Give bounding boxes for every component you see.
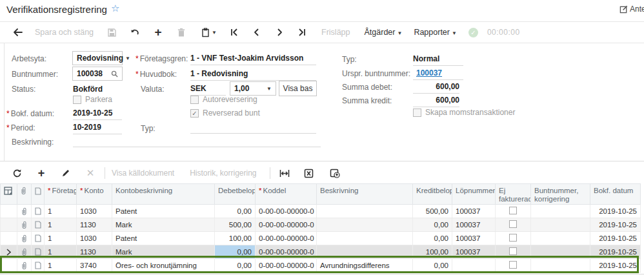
column-header-buntnummer-korrigering[interactable]: Buntnummer, korrigering <box>531 184 590 205</box>
visa-kalldokument-button[interactable]: Visa källdokument <box>112 169 174 178</box>
cell-foretag[interactable]: 1 <box>45 232 77 245</box>
note-icon[interactable] <box>32 259 45 273</box>
cell-konto[interactable]: 1030 <box>77 205 112 218</box>
cell-kontobeskrivning[interactable]: Mark <box>112 245 215 259</box>
note-icon[interactable] <box>32 205 45 218</box>
refresh-icon[interactable] <box>9 165 25 181</box>
table-row[interactable]: 1 1130 Mark 500,00 0-00-00-00000-0 0,00 … <box>1 218 641 232</box>
back-button[interactable] <box>10 25 26 40</box>
cell-bokf-datum[interactable]: 2019-10-25 <box>590 218 641 232</box>
attachment-icon[interactable] <box>17 259 32 273</box>
cell-debetbelopp[interactable]: 0,00 <box>215 205 256 218</box>
column-header-kontobeskrivning[interactable]: Kontobeskrivning <box>112 184 215 205</box>
cell-debetbelopp[interactable]: 100,00 <box>215 232 256 245</box>
cell-kontobeskrivning[interactable]: Öres- och kronutjämning <box>112 259 215 273</box>
cell-bokf-datum[interactable]: 2019-10-25 <box>590 232 641 245</box>
actions-menu[interactable]: Åtgärder▼ <box>365 28 403 37</box>
cell-buntnummer-korrigering[interactable] <box>531 218 590 232</box>
valuta-rate-select[interactable]: 1,00 ▼ <box>230 81 276 96</box>
table-row-highlighted[interactable]: 1 3740 Öres- och kronutjämning 0,00 0-00… <box>1 259 641 273</box>
cell-kreditbelopp[interactable]: 100,00 <box>413 245 452 259</box>
attachment-icon[interactable] <box>17 218 32 232</box>
cell-bokf-datum[interactable]: 2019-10-25 <box>590 205 641 218</box>
undo-icon[interactable] <box>127 25 143 40</box>
attachment-icon[interactable] <box>17 245 32 259</box>
cell-kreditbelopp[interactable]: 0,00 <box>413 232 452 245</box>
column-header-beskrivning[interactable]: Beskrivning <box>317 184 413 205</box>
attachment-icon[interactable] <box>17 232 32 245</box>
upload-file-icon[interactable] <box>327 165 343 181</box>
cell-beskrivning[interactable] <box>317 205 413 218</box>
table-row[interactable]: 1 1030 Patent 100,00 0-00-00-00000-0 0,0… <box>1 232 641 245</box>
cell-bokf-datum[interactable]: 2019-10-25 <box>590 245 641 259</box>
cell-buntnummer-korrigering[interactable] <box>531 232 590 245</box>
autoreversering-checkbox[interactable] <box>190 96 199 104</box>
cell-foretag[interactable]: 1 <box>45 218 77 232</box>
cell-konto[interactable]: 1130 <box>77 245 112 259</box>
cell-buntnummer-korrigering[interactable] <box>531 259 590 273</box>
first-record-button[interactable] <box>226 25 242 40</box>
edit-row-icon[interactable] <box>58 165 74 181</box>
cell-debetbelopp[interactable]: 0,00 <box>215 259 256 273</box>
cell-kontobeskrivning[interactable]: Patent <box>112 205 215 218</box>
foretagsgren-input[interactable]: 1 - VNF Test-Joakim Arvidsson <box>190 54 316 65</box>
reverserad-bunt-checkbox[interactable] <box>190 109 199 118</box>
row-selector-cell[interactable] <box>1 218 17 232</box>
cell-buntnummer-korrigering[interactable] <box>531 205 590 218</box>
previous-record-button[interactable] <box>249 25 265 40</box>
cell-lopnummer[interactable]: 100037 <box>452 218 496 232</box>
cell-debetbelopp-selected[interactable]: 0,00 <box>215 245 256 259</box>
next-record-button[interactable] <box>272 25 287 40</box>
column-header-debetbelopp[interactable]: Debetbelopp <box>215 184 256 205</box>
parkera-checkbox[interactable] <box>73 96 81 104</box>
row-selector-cell[interactable] <box>1 259 17 273</box>
notes-button[interactable]: Anteckningar <box>619 5 644 14</box>
attachment-icon[interactable] <box>17 205 32 218</box>
cell-koddel[interactable]: 0-00-00-00000-0 <box>256 245 317 259</box>
column-header-ej-fakturerad[interactable]: Ej fakturerad <box>496 184 531 205</box>
note-icon[interactable] <box>32 245 45 259</box>
table-row[interactable]: 1 1030 Patent 0,00 0-00-00-00000-0 500,0… <box>1 205 641 218</box>
save-icon[interactable] <box>104 25 119 40</box>
skapa-momstransaktioner-checkbox[interactable] <box>413 108 421 117</box>
valuta-currency[interactable]: SEK <box>190 84 226 96</box>
beskrivning-input[interactable] <box>73 136 321 147</box>
ej-fakturerad-checkbox[interactable] <box>509 207 517 214</box>
visa-bas-button[interactable]: Visa bas <box>279 81 317 96</box>
search-icon[interactable] <box>111 70 118 78</box>
cell-koddel[interactable]: 0-00-00-00000-0 <box>256 259 317 273</box>
ej-fakturerad-checkbox[interactable] <box>509 247 517 255</box>
add-button[interactable]: + <box>150 25 166 40</box>
cell-debetbelopp[interactable]: 500,00 <box>215 218 256 232</box>
note-icon[interactable] <box>32 218 45 232</box>
cell-beskrivning[interactable] <box>317 218 413 232</box>
column-header-konto[interactable]: *Konto <box>77 184 112 205</box>
cell-foretag[interactable]: 1 <box>45 205 77 218</box>
cell-koddel[interactable]: 0-00-00-00000-0 <box>256 218 317 232</box>
table-row-selected[interactable]: 1 1130 Mark 0,00 0-00-00-00000-0 100,00 … <box>1 245 641 259</box>
arbetsyta-select[interactable]: Redovisning ▼ <box>72 51 123 65</box>
favorite-star-icon[interactable]: ☆ <box>111 3 119 14</box>
cell-lopnummer[interactable]: 100037 <box>452 245 496 259</box>
cell-kreditbelopp[interactable]: 500,00 <box>413 205 452 218</box>
column-header-lopnummer[interactable]: Löpnummer <box>452 184 496 205</box>
fit-width-icon[interactable] <box>277 165 292 181</box>
column-header-kreditbelopp[interactable]: Kreditbelopp <box>413 184 452 205</box>
release-button[interactable]: Frisläpp <box>321 28 350 37</box>
delete-row-icon[interactable]: ✕ <box>83 165 98 181</box>
ej-fakturerad-checkbox[interactable] <box>509 234 517 242</box>
delete-icon[interactable] <box>174 25 189 40</box>
grid-settings-icon[interactable] <box>1 184 17 205</box>
cell-konto[interactable]: 1130 <box>77 218 112 232</box>
cell-koddel[interactable]: 0-00-00-00000-0 <box>256 205 317 218</box>
cell-buntnummer-korrigering[interactable] <box>531 245 590 259</box>
bokf-datum-input[interactable]: 2019-10-25 <box>73 108 122 120</box>
cell-konto[interactable]: 1030 <box>77 232 112 245</box>
cell-foretag[interactable]: 1 <box>45 245 77 259</box>
buntnummer-input[interactable]: 100038 <box>72 67 123 81</box>
cell-lopnummer[interactable]: 100037 <box>452 232 496 245</box>
cell-lopnummer[interactable] <box>452 259 496 273</box>
cell-beskrivning[interactable]: Avrundningsdifferens <box>317 259 413 273</box>
cell-koddel[interactable]: 0-00-00-00000-0 <box>256 232 317 245</box>
cell-kontobeskrivning[interactable]: Mark <box>112 218 215 232</box>
